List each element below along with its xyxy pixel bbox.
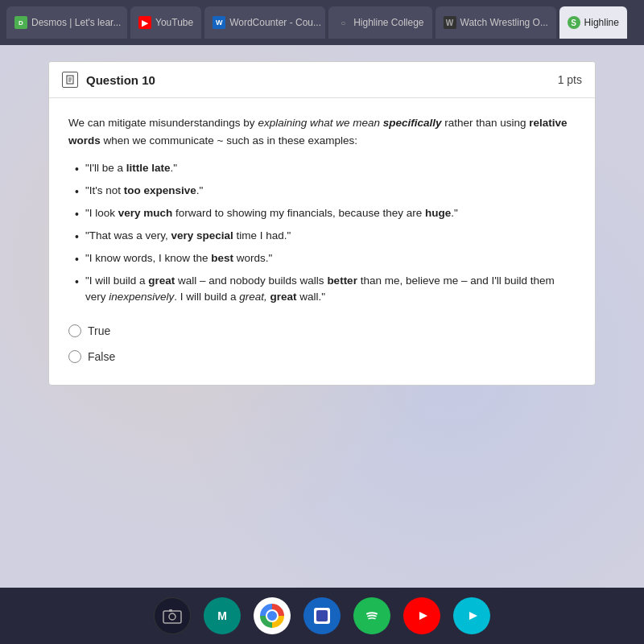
tab-desmos-label: Desmos | Let's lear... [31,17,121,28]
tab-highline2[interactable]: S Highline [559,6,627,39]
bold-better: better [327,275,357,287]
camera-icon[interactable] [154,597,191,634]
svg-point-5 [169,613,175,620]
drive-icon[interactable] [303,597,341,634]
tab-wrestling-label: Watch Wrestling O... [460,17,548,28]
question-icon [62,72,78,88]
italic-inexpensively: inexpensively [109,291,174,303]
list-item: "It's not too expensive." [75,183,576,200]
tab-highline[interactable]: ○ Highline College [328,6,431,39]
radio-group: True False [68,322,576,366]
option-false[interactable]: False [68,348,576,365]
highline2-icon: S [568,16,580,29]
svg-text:M: M [217,609,227,622]
tab-wordcounter-label: WordCounter - Cou... [229,17,321,28]
bold-great3: great [270,291,297,303]
question-header-left: Question 10 [62,72,155,88]
list-item: "I'll be a little late." [75,160,576,178]
bold-too-expensive: too expensive [124,184,196,196]
meet-icon[interactable]: M [204,597,241,634]
tab-youtube[interactable]: ▶ YouTube [130,6,201,39]
option-false-label: False [88,348,115,365]
option-true[interactable]: True [68,322,576,340]
tab-highline2-label: Highline [584,17,619,28]
question-header: Question 10 1 pts [49,62,595,98]
spotify-svg [361,605,382,626]
tab-highline-label: Highline College [353,17,423,28]
radio-true[interactable] [68,324,81,337]
tab-desmos[interactable]: D Desmos | Let's lear... [6,6,127,39]
bold-very-much: very much [118,207,173,219]
question-pts: 1 pts [558,73,582,86]
bold-little-late: little late [126,162,171,174]
question-text: We can mitigate misunderstandings by exp… [68,114,576,149]
wordcounter-icon: W [213,16,225,29]
youtube-icon: ▶ [138,16,151,29]
play-store-icon[interactable] [453,597,490,634]
bold-best: best [211,252,233,264]
wrestling-icon: W [444,16,456,29]
list-item: "I look very much forward to showing my … [75,205,576,223]
tab-youtube-label: YouTube [155,17,193,28]
content-area: Question 10 1 pts We can mitigate misund… [0,45,644,588]
option-true-label: True [88,322,110,340]
youtube-svg [411,605,432,626]
list-item: "I will build a great wall – and nobody … [75,273,576,306]
bold-specifically: specifically [383,117,442,129]
taskbar: M [0,588,644,644]
youtube-taskbar-icon[interactable] [403,597,440,634]
spotify-icon[interactable] [353,597,390,634]
italic-explaining: explaining what we mean [258,117,382,129]
question-body: We can mitigate misunderstandings by exp… [49,98,595,385]
meet-svg: M [212,605,233,626]
bold-very-special: very special [171,229,233,242]
tab-wordcounter[interactable]: W WordCounter - Cou... [204,6,325,39]
question-title: Question 10 [86,73,155,87]
question-card: Question 10 1 pts We can mitigate misund… [48,61,596,386]
desmos-icon: D [14,16,27,29]
bold-great1: great [148,275,175,287]
radio-false[interactable] [68,350,81,363]
drive-box [314,608,330,624]
chrome-ring [260,604,284,628]
highline-icon: ○ [336,16,349,29]
bullet-list: "I'll be a little late." "It's not too e… [75,160,576,306]
list-item: "I know words, I know the best words." [75,250,576,268]
camera-svg [163,608,182,624]
italic-great2: great, [239,291,267,303]
bold-huge: huge [425,207,451,219]
tab-wrestling[interactable]: W Watch Wrestling O... [436,6,556,39]
svg-rect-6 [169,609,172,612]
play-store-svg [461,605,482,626]
doc-icon [66,75,74,85]
tab-bar: D Desmos | Let's lear... ▶ YouTube W Wor… [0,0,644,45]
drive-inner [316,610,328,621]
list-item: "That was a very, very special time I ha… [75,228,576,246]
chrome-taskbar-icon[interactable] [254,597,291,634]
